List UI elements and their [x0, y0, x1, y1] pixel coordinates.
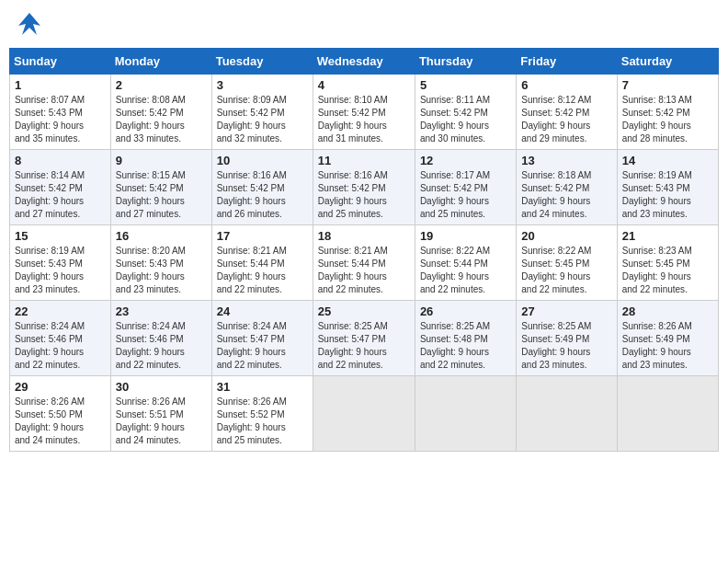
day-info: Sunrise: 8:07 AM Sunset: 5:43 PM Dayligh…	[15, 94, 106, 145]
day-number: 18	[318, 229, 410, 243]
calendar-cell: 8Sunrise: 8:14 AM Sunset: 5:42 PM Daylig…	[10, 150, 111, 225]
day-number: 19	[420, 229, 511, 243]
day-info: Sunrise: 8:24 AM Sunset: 5:47 PM Dayligh…	[217, 320, 308, 372]
day-number: 26	[420, 304, 511, 318]
calendar-cell: 27Sunrise: 8:25 AM Sunset: 5:49 PM Dayli…	[517, 301, 617, 376]
day-number: 13	[521, 154, 611, 167]
day-header-tuesday: Tuesday	[211, 49, 313, 75]
day-number: 20	[521, 229, 611, 243]
day-header-sunday: Sunday	[10, 49, 111, 75]
calendar-cell: 19Sunrise: 8:22 AM Sunset: 5:44 PM Dayli…	[415, 225, 516, 301]
day-info: Sunrise: 8:16 AM Sunset: 5:42 PM Dayligh…	[318, 169, 410, 221]
day-info: Sunrise: 8:23 AM Sunset: 5:45 PM Dayligh…	[622, 245, 713, 296]
day-number: 2	[116, 78, 207, 92]
calendar-cell: 11Sunrise: 8:16 AM Sunset: 5:42 PM Dayli…	[313, 150, 415, 225]
calendar-cell: 16Sunrise: 8:20 AM Sunset: 5:43 PM Dayli…	[110, 225, 211, 301]
calendar-cell: 6Sunrise: 8:12 AM Sunset: 5:42 PM Daylig…	[517, 75, 617, 150]
calendar-cell: 22Sunrise: 8:24 AM Sunset: 5:46 PM Dayli…	[10, 301, 111, 376]
day-number: 4	[318, 78, 410, 92]
day-number: 29	[15, 380, 106, 394]
day-header-saturday: Saturday	[617, 49, 718, 75]
calendar-cell: 15Sunrise: 8:19 AM Sunset: 5:43 PM Dayli…	[10, 225, 111, 301]
calendar-cell: 28Sunrise: 8:26 AM Sunset: 5:49 PM Dayli…	[617, 301, 718, 376]
day-info: Sunrise: 8:20 AM Sunset: 5:43 PM Dayligh…	[116, 245, 207, 296]
day-info: Sunrise: 8:09 AM Sunset: 5:42 PM Dayligh…	[217, 94, 308, 145]
day-info: Sunrise: 8:11 AM Sunset: 5:42 PM Dayligh…	[420, 94, 511, 145]
calendar-cell: 21Sunrise: 8:23 AM Sunset: 5:45 PM Dayli…	[617, 225, 718, 301]
calendar-cell: 2Sunrise: 8:08 AM Sunset: 5:42 PM Daylig…	[110, 75, 211, 150]
calendar-cell: 14Sunrise: 8:19 AM Sunset: 5:43 PM Dayli…	[617, 150, 718, 225]
day-number: 3	[217, 78, 308, 92]
day-header-thursday: Thursday	[415, 49, 516, 75]
calendar-cell	[517, 376, 617, 452]
day-number: 28	[622, 304, 713, 318]
day-number: 10	[217, 154, 308, 167]
logo-icon	[13, 9, 46, 42]
day-number: 7	[622, 78, 713, 92]
day-info: Sunrise: 8:12 AM Sunset: 5:42 PM Dayligh…	[521, 94, 611, 145]
day-info: Sunrise: 8:08 AM Sunset: 5:42 PM Dayligh…	[116, 94, 207, 145]
day-number: 24	[217, 304, 308, 318]
calendar-cell: 26Sunrise: 8:25 AM Sunset: 5:48 PM Dayli…	[415, 301, 516, 376]
calendar-cell: 9Sunrise: 8:15 AM Sunset: 5:42 PM Daylig…	[110, 150, 211, 225]
day-info: Sunrise: 8:25 AM Sunset: 5:48 PM Dayligh…	[420, 320, 511, 372]
day-info: Sunrise: 8:25 AM Sunset: 5:47 PM Dayligh…	[318, 320, 410, 372]
calendar-week-row: 1Sunrise: 8:07 AM Sunset: 5:43 PM Daylig…	[10, 75, 719, 150]
calendar-week-row: 22Sunrise: 8:24 AM Sunset: 5:46 PM Dayli…	[10, 301, 719, 376]
calendar-cell: 4Sunrise: 8:10 AM Sunset: 5:42 PM Daylig…	[313, 75, 415, 150]
page-header	[9, 9, 719, 42]
day-info: Sunrise: 8:26 AM Sunset: 5:52 PM Dayligh…	[217, 396, 308, 447]
calendar-cell: 20Sunrise: 8:22 AM Sunset: 5:45 PM Dayli…	[517, 225, 617, 301]
day-number: 27	[521, 304, 611, 318]
day-info: Sunrise: 8:19 AM Sunset: 5:43 PM Dayligh…	[15, 245, 106, 296]
calendar-cell	[415, 376, 516, 452]
day-number: 30	[116, 380, 207, 394]
day-info: Sunrise: 8:13 AM Sunset: 5:42 PM Dayligh…	[622, 94, 713, 145]
calendar-cell: 30Sunrise: 8:26 AM Sunset: 5:51 PM Dayli…	[110, 376, 211, 452]
calendar-cell: 13Sunrise: 8:18 AM Sunset: 5:42 PM Dayli…	[517, 150, 617, 225]
day-info: Sunrise: 8:26 AM Sunset: 5:51 PM Dayligh…	[116, 396, 207, 447]
calendar-header-row: SundayMondayTuesdayWednesdayThursdayFrid…	[10, 49, 719, 75]
day-info: Sunrise: 8:22 AM Sunset: 5:44 PM Dayligh…	[420, 245, 511, 296]
day-info: Sunrise: 8:26 AM Sunset: 5:49 PM Dayligh…	[622, 320, 713, 372]
day-info: Sunrise: 8:26 AM Sunset: 5:50 PM Dayligh…	[15, 396, 106, 447]
svg-marker-0	[18, 13, 40, 35]
day-header-wednesday: Wednesday	[313, 49, 415, 75]
calendar-cell: 17Sunrise: 8:21 AM Sunset: 5:44 PM Dayli…	[211, 225, 313, 301]
day-number: 23	[116, 304, 207, 318]
day-number: 15	[15, 229, 106, 243]
calendar-cell: 18Sunrise: 8:21 AM Sunset: 5:44 PM Dayli…	[313, 225, 415, 301]
day-number: 31	[217, 380, 308, 394]
calendar-cell	[617, 376, 718, 452]
day-info: Sunrise: 8:25 AM Sunset: 5:49 PM Dayligh…	[521, 320, 611, 372]
day-number: 16	[116, 229, 207, 243]
calendar-cell: 31Sunrise: 8:26 AM Sunset: 5:52 PM Dayli…	[211, 376, 313, 452]
day-number: 6	[521, 78, 611, 92]
calendar-cell: 5Sunrise: 8:11 AM Sunset: 5:42 PM Daylig…	[415, 75, 516, 150]
day-info: Sunrise: 8:22 AM Sunset: 5:45 PM Dayligh…	[521, 245, 611, 296]
day-info: Sunrise: 8:16 AM Sunset: 5:42 PM Dayligh…	[217, 169, 308, 221]
calendar-week-row: 8Sunrise: 8:14 AM Sunset: 5:42 PM Daylig…	[10, 150, 719, 225]
day-info: Sunrise: 8:21 AM Sunset: 5:44 PM Dayligh…	[217, 245, 308, 296]
day-info: Sunrise: 8:19 AM Sunset: 5:43 PM Dayligh…	[622, 169, 713, 221]
day-number: 8	[15, 154, 106, 167]
day-number: 1	[15, 78, 106, 92]
calendar-cell: 3Sunrise: 8:09 AM Sunset: 5:42 PM Daylig…	[211, 75, 313, 150]
day-info: Sunrise: 8:24 AM Sunset: 5:46 PM Dayligh…	[116, 320, 207, 372]
calendar-cell: 10Sunrise: 8:16 AM Sunset: 5:42 PM Dayli…	[211, 150, 313, 225]
calendar-cell: 23Sunrise: 8:24 AM Sunset: 5:46 PM Dayli…	[110, 301, 211, 376]
calendar-cell	[313, 376, 415, 452]
day-info: Sunrise: 8:24 AM Sunset: 5:46 PM Dayligh…	[15, 320, 106, 372]
calendar-cell: 29Sunrise: 8:26 AM Sunset: 5:50 PM Dayli…	[10, 376, 111, 452]
day-number: 17	[217, 229, 308, 243]
day-number: 25	[318, 304, 410, 318]
day-number: 22	[15, 304, 106, 318]
day-header-friday: Friday	[517, 49, 617, 75]
day-number: 12	[420, 154, 511, 167]
calendar-cell: 24Sunrise: 8:24 AM Sunset: 5:47 PM Dayli…	[211, 301, 313, 376]
day-info: Sunrise: 8:10 AM Sunset: 5:42 PM Dayligh…	[318, 94, 410, 145]
calendar-week-row: 29Sunrise: 8:26 AM Sunset: 5:50 PM Dayli…	[10, 376, 719, 452]
calendar-table: SundayMondayTuesdayWednesdayThursdayFrid…	[9, 48, 719, 452]
day-header-monday: Monday	[110, 49, 211, 75]
day-info: Sunrise: 8:15 AM Sunset: 5:42 PM Dayligh…	[116, 169, 207, 221]
